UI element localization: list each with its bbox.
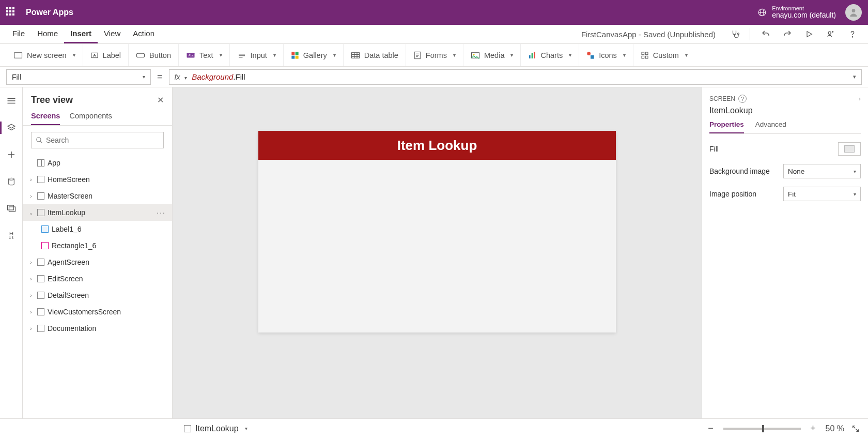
icons-button[interactable]: Icons▾ — [579, 44, 633, 66]
svg-point-34 — [587, 52, 591, 55]
props-section: SCREEN — [709, 95, 735, 102]
formula-bar: Fill▾ = fx ▾ Background.Fill ▾ — [0, 67, 868, 87]
media-button-rail[interactable] — [3, 200, 20, 217]
media-button[interactable]: Media▾ — [463, 44, 521, 66]
redo-icon — [783, 29, 792, 39]
insert-pane-button[interactable] — [3, 146, 20, 163]
button-icon — [136, 52, 145, 59]
app-checker-button[interactable] — [725, 25, 745, 43]
app-header: Power Apps Environment enayu.com (defaul… — [0, 0, 868, 25]
text-button[interactable]: Abc Text▾ — [179, 44, 230, 66]
svg-rect-32 — [532, 53, 533, 58]
svg-marker-5 — [807, 32, 812, 37]
button-button[interactable]: Button — [129, 44, 179, 66]
data-table-button[interactable]: Data table — [344, 44, 406, 66]
play-button[interactable] — [799, 25, 818, 43]
menu-file[interactable]: File — [6, 25, 31, 43]
app-launcher-icon[interactable] — [6, 7, 17, 18]
property-selector[interactable]: Fill▾ — [6, 69, 151, 85]
tab-screens[interactable]: Screens — [31, 112, 60, 125]
tree-item-itemlookup[interactable]: ⌄ItemLookup··· — [23, 204, 172, 221]
tree-item-editscreen[interactable]: ›EditScreen — [23, 270, 172, 287]
tree-item-homescreen[interactable]: ›HomeScreen — [23, 171, 172, 188]
svg-text:Abc: Abc — [188, 54, 193, 57]
hamburger-button[interactable] — [3, 93, 20, 109]
expand-formula-icon[interactable]: ▾ — [853, 73, 856, 80]
svg-rect-46 — [7, 205, 13, 210]
form-icon — [413, 51, 422, 59]
bgimage-dropdown[interactable]: None▾ — [783, 164, 861, 178]
tree-search[interactable] — [31, 132, 164, 148]
svg-rect-18 — [291, 55, 295, 58]
zoom-out-button[interactable]: − — [706, 423, 716, 434]
properties-panel: SCREEN? › ItemLookup Properties Advanced… — [702, 87, 868, 418]
tab-advanced[interactable]: Advanced — [755, 120, 786, 133]
menu-action[interactable]: Action — [127, 25, 161, 43]
equals-sign: = — [157, 71, 163, 82]
fill-color-picker[interactable] — [838, 142, 861, 156]
gallery-button[interactable]: Gallery▾ — [284, 44, 344, 66]
tree-item-app[interactable]: App — [23, 155, 172, 171]
imgpos-dropdown[interactable]: Fit▾ — [783, 187, 861, 201]
menu-bar: File Home Insert View Action FirstCanvas… — [0, 25, 868, 44]
undo-button[interactable] — [755, 25, 775, 43]
undo-icon — [761, 29, 770, 39]
svg-point-30 — [473, 54, 474, 55]
chart-icon — [528, 51, 536, 59]
menu-home[interactable]: Home — [31, 25, 64, 43]
close-tree-button[interactable]: ✕ — [157, 95, 164, 105]
user-avatar[interactable] — [845, 4, 862, 21]
expand-panel-icon[interactable]: › — [859, 95, 861, 102]
search-input[interactable] — [46, 136, 159, 144]
canvas-banner[interactable]: Item Lookup — [258, 131, 616, 160]
redo-button[interactable] — [777, 25, 797, 43]
svg-rect-37 — [645, 52, 648, 55]
input-button[interactable]: Input▾ — [230, 44, 284, 66]
tree-item-viewcustomersscreen[interactable]: ›ViewCustomersScreen — [23, 304, 172, 320]
tree-item-masterscreen[interactable]: ›MasterScreen — [23, 188, 172, 204]
app-title: Power Apps — [26, 8, 73, 17]
tools-button[interactable] — [3, 227, 20, 244]
tab-components[interactable]: Components — [69, 112, 112, 125]
table-icon — [351, 52, 360, 59]
svg-rect-16 — [291, 52, 295, 55]
tree-item-rectangle1-6[interactable]: Rectangle1_6 — [23, 237, 172, 254]
help-icon[interactable]: ? — [738, 95, 747, 103]
custom-button[interactable]: Custom▾ — [633, 44, 695, 66]
share-button[interactable] — [820, 25, 840, 43]
person-icon — [848, 7, 859, 18]
tree-item-detailscreen[interactable]: ›DetailScreen — [23, 287, 172, 304]
insert-ribbon: New screen▾ Label Button Abc Text▾ Input… — [0, 44, 868, 67]
zoom-in-button[interactable]: + — [808, 423, 818, 434]
zoom-slider[interactable] — [723, 428, 801, 430]
svg-point-45 — [8, 178, 14, 180]
tree-view-button[interactable] — [3, 119, 20, 136]
help-button[interactable] — [842, 25, 862, 43]
canvas-screen[interactable]: Item Lookup — [258, 131, 616, 333]
fit-to-window-button[interactable] — [851, 425, 860, 433]
menu-insert[interactable]: Insert — [64, 25, 98, 43]
data-button[interactable] — [3, 173, 20, 190]
plus-icon — [7, 150, 16, 159]
tree-item-agentscreen[interactable]: ›AgentScreen — [23, 254, 172, 270]
more-icon[interactable]: ··· — [157, 208, 166, 217]
new-screen-button[interactable]: New screen▾ — [6, 44, 83, 66]
menu-view[interactable]: View — [98, 25, 127, 43]
canvas-area[interactable]: Item Lookup — [173, 87, 702, 418]
charts-button[interactable]: Charts▾ — [521, 44, 579, 66]
gallery-icon — [291, 51, 299, 59]
selected-name: ItemLookup — [709, 106, 861, 115]
shapes-icon — [586, 51, 595, 59]
formula-input[interactable]: fx ▾ Background.Fill ▾ — [169, 69, 862, 85]
forms-button[interactable]: Forms▾ — [406, 44, 463, 66]
environment-selector[interactable]: Environment enayu.com (default) — [757, 5, 836, 19]
tree-item-documentation[interactable]: ›Documentation — [23, 320, 172, 337]
svg-rect-10 — [137, 53, 145, 57]
label-button[interactable]: Label — [83, 44, 129, 66]
svg-rect-20 — [351, 52, 359, 58]
zoom-value: 50 % — [826, 424, 844, 433]
tree-item-label1-6[interactable]: Label1_6 — [23, 221, 172, 237]
hamburger-icon — [7, 97, 16, 104]
breadcrumb[interactable]: ItemLookup ▾ — [184, 424, 247, 433]
tab-properties[interactable]: Properties — [709, 120, 744, 133]
